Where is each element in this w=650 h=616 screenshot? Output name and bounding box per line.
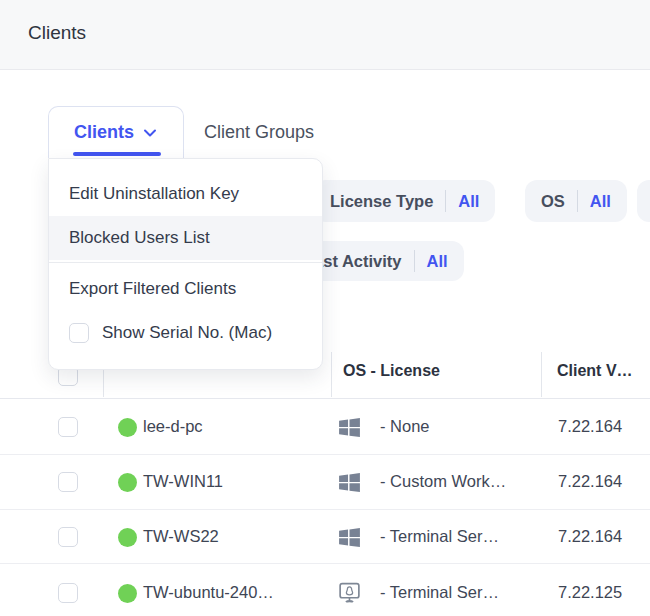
column-header-os-license[interactable]: OS - License	[343, 362, 440, 380]
column-divider	[541, 352, 542, 397]
windows-icon	[337, 415, 362, 440]
linux-icon	[337, 580, 362, 605]
filter-label-license-type: License Type	[330, 192, 433, 211]
row-checkbox[interactable]	[58, 583, 78, 603]
tab-client-groups-label: Client Groups	[204, 122, 314, 143]
os-license-value: - None	[380, 417, 430, 436]
row-checkbox[interactable]	[58, 527, 78, 547]
online-status-dot	[118, 473, 137, 492]
menu-item-blocked-users-list[interactable]: Blocked Users List	[49, 216, 322, 260]
filter-chip-partial[interactable]	[637, 180, 650, 222]
client-version-value: 7.22.164	[558, 527, 622, 546]
table-row[interactable]: TW-ubuntu-240… - Terminal Ser… 7.22.125	[0, 564, 650, 616]
chip-divider	[414, 250, 415, 272]
os-license-value: - Custom Work…	[380, 472, 506, 491]
row-checkbox[interactable]	[58, 472, 78, 492]
client-name[interactable]: TW-ubuntu-240…	[143, 583, 274, 602]
online-status-dot	[118, 584, 137, 603]
filter-label-os: OS	[541, 192, 565, 211]
filter-chip-os[interactable]: OS All	[525, 180, 627, 222]
column-header-client-version[interactable]: Client V…	[557, 362, 633, 380]
tab-clients[interactable]: Clients	[48, 106, 184, 158]
filter-value-license-type[interactable]: All	[458, 192, 479, 211]
clients-dropdown-menu: Edit Uninstallation Key Blocked Users Li…	[48, 158, 323, 370]
show-serial-label: Show Serial No. (Mac)	[102, 323, 272, 343]
client-version-value: 7.22.125	[558, 583, 622, 602]
menu-item-export-filtered-clients[interactable]: Export Filtered Clients	[49, 267, 322, 311]
client-name[interactable]: TW-WIN11	[143, 472, 223, 491]
menu-item-edit-uninstallation-key[interactable]: Edit Uninstallation Key	[49, 172, 322, 216]
chevron-down-icon	[142, 125, 158, 141]
show-serial-checkbox[interactable]	[69, 323, 89, 343]
windows-icon	[337, 470, 362, 495]
table-row[interactable]: TW-WIN11 - Custom Work… 7.22.164	[0, 455, 650, 510]
client-version-value: 7.22.164	[558, 472, 622, 491]
os-license-value: - Terminal Ser…	[380, 583, 499, 602]
client-version-value: 7.22.164	[558, 417, 622, 436]
table-row[interactable]: lee-d-pc - None 7.22.164	[0, 399, 650, 455]
menu-divider	[49, 262, 322, 263]
tab-clients-label: Clients	[74, 122, 134, 143]
filter-value-last-activity[interactable]: All	[427, 252, 448, 271]
chip-divider	[445, 190, 446, 212]
online-status-dot	[118, 418, 137, 437]
client-name[interactable]: TW-WS22	[143, 527, 219, 546]
page-title: Clients	[28, 22, 86, 44]
client-name[interactable]: lee-d-pc	[143, 417, 203, 436]
menu-item-show-serial-no[interactable]: Show Serial No. (Mac)	[49, 311, 322, 355]
top-title-bar: Clients	[0, 0, 650, 70]
filter-chip-license-type[interactable]: License Type All	[314, 180, 495, 222]
tab-client-groups[interactable]: Client Groups	[204, 119, 314, 145]
os-license-value: - Terminal Ser…	[380, 527, 499, 546]
windows-icon	[337, 525, 362, 550]
row-checkbox[interactable]	[58, 417, 78, 437]
filter-value-os[interactable]: All	[590, 192, 611, 211]
chip-divider	[577, 190, 578, 212]
online-status-dot	[118, 528, 137, 547]
active-tab-underline	[73, 152, 161, 156]
table-row[interactable]: TW-WS22 - Terminal Ser… 7.22.164	[0, 510, 650, 564]
column-divider	[331, 352, 332, 397]
